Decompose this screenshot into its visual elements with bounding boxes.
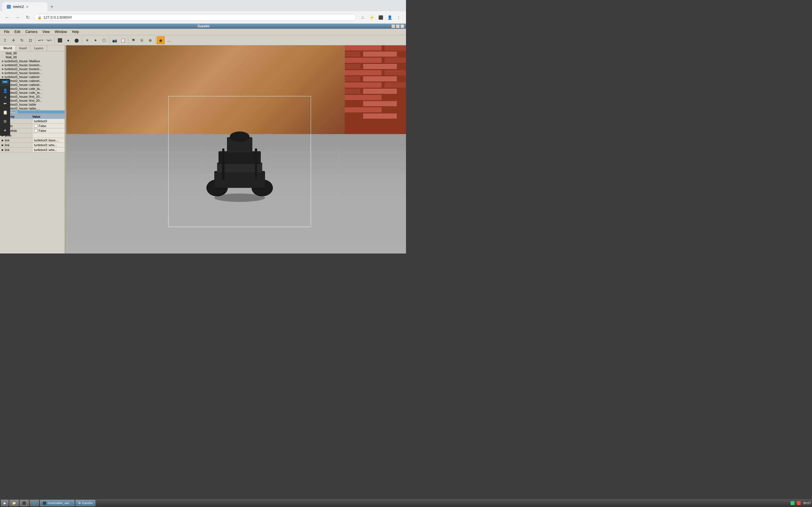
prop-link1-key: ▶ link (0, 138, 33, 143)
toolbar-sep-5 (128, 37, 128, 44)
menu-file[interactable]: File (2, 29, 11, 34)
tree-item-wall98[interactable]: Wall_98 (0, 51, 64, 55)
extension-button[interactable]: ⚡ (368, 13, 375, 21)
insert-model-button[interactable]: ⚑ (130, 36, 137, 44)
svg-rect-9 (345, 70, 382, 75)
menu-edit[interactable]: Edit (12, 29, 22, 34)
profile-button[interactable]: 👤 (386, 13, 394, 21)
svg-rect-2 (385, 45, 406, 50)
tree-item-cabinet1[interactable]: ▶ turtlebot3_house::cabinet (0, 75, 64, 79)
prop-link3-row[interactable]: ▶ link turtlebot3::whe... (0, 148, 64, 152)
gazebo-menubar: File Edit Camera View Window Help (0, 29, 406, 35)
3d-viewport[interactable] (66, 45, 406, 253)
prop-isstatic-value[interactable]: False (33, 124, 64, 128)
tab-close-button[interactable]: × (26, 4, 29, 9)
tree-label-wall98: Wall_98 (6, 52, 17, 55)
close-button[interactable]: × (400, 24, 404, 28)
world-tab[interactable]: World (0, 45, 16, 51)
svg-rect-4 (345, 52, 360, 57)
menu-window[interactable]: Window (53, 29, 69, 34)
svg-rect-3 (363, 52, 397, 57)
tree-arrow-booksh2: ▶ (1, 67, 4, 71)
left-panel: World Insert Layers Wall_98 Wall_99 ▶ tu… (0, 45, 65, 253)
prop-link1-row[interactable]: ▶ link turtlebot3::base.... (0, 138, 64, 143)
directional-light-button[interactable]: ☀ (83, 36, 91, 44)
new-tab-button[interactable]: + (48, 3, 56, 11)
tree-label-wall99: Wall_99 (6, 55, 17, 59)
svg-rect-13 (345, 82, 382, 88)
tree-item-mailbox[interactable]: ▶ turtlebot3_house::Mailbox (0, 59, 64, 63)
select-tool-button[interactable]: ⇧ (1, 36, 9, 44)
prop-link2-row[interactable]: ▶ link turtlebot3::whe... (0, 143, 64, 148)
selfcollide-value-text: False (39, 129, 46, 132)
tab-favicon (7, 5, 11, 9)
vnc-btn-2[interactable]: ⬅ (1, 99, 9, 108)
menu-view[interactable]: View (40, 29, 52, 34)
vnc-logo: VNC (1, 80, 9, 84)
vscode-button[interactable]: ⬛ (377, 13, 385, 21)
url-text: 127.0.0.1:6080/#! (43, 15, 72, 19)
tree-label-booksh1: turtlebot3_house::booksh... (4, 63, 42, 67)
layers-tab[interactable]: Layers (31, 45, 47, 51)
vnc-collapse-button[interactable]: ◀ (4, 96, 6, 99)
gazebo-main: World Insert Layers Wall_98 Wall_99 ▶ tu… (0, 45, 406, 253)
forward-button[interactable]: → (13, 13, 21, 21)
redo-button[interactable]: ↪▼ (45, 36, 53, 44)
prop-link1-value: turtlebot3::base.... (33, 138, 64, 143)
orange-mode-button[interactable]: ◉ (157, 36, 165, 44)
magnet-button[interactable]: ⊕ (146, 36, 154, 44)
robot-svg (203, 120, 276, 205)
browser-toolbar-icons: ☆ ⚡ ⬛ 👤 ⋮ (359, 13, 403, 21)
insert-cylinder-button[interactable]: ⬤ (73, 36, 81, 44)
reload-button[interactable]: ↻ (24, 13, 32, 21)
tree-item-booksh2[interactable]: ▶ turtlebot3_house::booksh... (0, 67, 64, 71)
tree-item-booksh3[interactable]: ▶ turtlebot3_house::booksh... (0, 71, 64, 75)
insert-tab[interactable]: Insert (16, 45, 31, 51)
extra-mode-button[interactable]: … (165, 36, 173, 44)
svg-rect-10 (385, 70, 406, 75)
log-button[interactable]: 📋 (119, 36, 127, 44)
menu-button[interactable]: ⋮ (395, 13, 403, 21)
back-button[interactable]: ← (3, 13, 11, 21)
svg-rect-35 (255, 149, 257, 179)
tree-label-mailbox: turtlebot3_house::Mailbox (4, 59, 40, 63)
tree-item-booksh1[interactable]: ▶ turtlebot3_house::booksh... (0, 63, 64, 67)
active-tab[interactable]: novnc2 × (2, 2, 47, 11)
rotate-tool-button[interactable]: ↻ (18, 36, 26, 44)
gazebo-toolbar: ⇧ ✛ ↻ ⊡ ↩▼ ↪▼ ⬛ ● ⬤ ☀ ✦ ⬡ 📷 📋 ⚑ ⎘ ⊕ ◉ … (0, 35, 406, 45)
url-bar[interactable]: 🔒 127.0.0.1:6080/#! (34, 14, 356, 21)
vnc-btn-3[interactable]: 📋 (1, 108, 9, 117)
tree-label-booksh3: turtlebot3_house::booksh... (4, 71, 42, 75)
screenshot-button[interactable]: 📷 (110, 36, 118, 44)
spot-light-button[interactable]: ⬡ (100, 36, 108, 44)
menu-camera[interactable]: Camera (23, 29, 40, 34)
prop-link3-key: ▶ link (0, 148, 33, 152)
minimize-button[interactable]: _ (391, 24, 395, 28)
menu-help[interactable]: Help (70, 29, 81, 34)
bookmark-button[interactable]: ☆ (359, 13, 366, 21)
scale-tool-button[interactable]: ⊡ (27, 36, 35, 44)
undo-button[interactable]: ↩▼ (37, 36, 45, 44)
robot-model-container (175, 105, 304, 221)
copy-button[interactable]: ⎘ (138, 36, 146, 44)
isstatic-checkbox[interactable] (34, 124, 38, 128)
svg-rect-7 (363, 64, 397, 69)
svg-rect-20 (363, 114, 397, 119)
prop-selfcollide-value[interactable]: False (33, 128, 64, 133)
insert-box-button[interactable]: ⬛ (56, 36, 64, 44)
maximize-button[interactable]: □ (396, 24, 400, 28)
selfcollide-checkbox[interactable] (34, 129, 38, 132)
vnc-sidebar: VNC 👤 ◀ ⬅ 📋 ⚙ ✦ (0, 79, 10, 136)
tree-item-wall99[interactable]: Wall_99 (0, 55, 64, 59)
vnc-btn-4[interactable]: ⚙ (1, 117, 9, 126)
prop-name-value[interactable]: turtlebot3 (33, 119, 64, 123)
point-light-button[interactable]: ✦ (92, 36, 100, 44)
insert-sphere-button[interactable]: ● (64, 36, 72, 44)
vnc-btn-1[interactable]: 👤 (1, 87, 9, 95)
tree-arrow-cabinet1: ▶ (1, 75, 4, 78)
toolbar-sep-4 (109, 37, 109, 44)
translate-tool-button[interactable]: ✛ (10, 36, 17, 44)
address-bar: ← → ↻ 🔒 127.0.0.1:6080/#! ☆ ⚡ ⬛ 👤 ⋮ (0, 11, 406, 24)
vnc-btn-5[interactable]: ✦ (1, 126, 9, 135)
tab-bar: novnc2 × + (0, 0, 406, 11)
